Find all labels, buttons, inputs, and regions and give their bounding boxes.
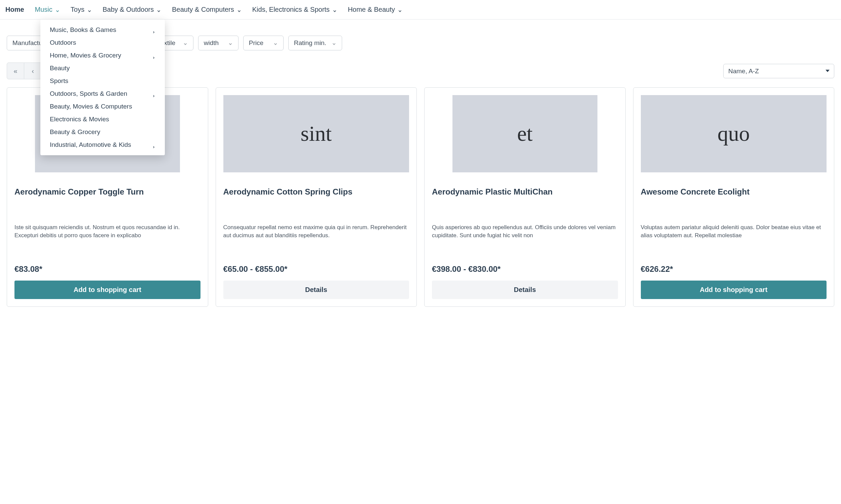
pager-first[interactable]: «: [7, 62, 24, 79]
sort-select[interactable]: Name, A-Z: [723, 64, 834, 78]
nav-item-label: Beauty & Computers: [172, 6, 234, 14]
nav-home[interactable]: Home: [5, 6, 24, 14]
dropdown-item-3[interactable]: Beauty: [40, 62, 165, 75]
nav-item-1[interactable]: Toys: [71, 6, 92, 14]
product-image[interactable]: quo: [641, 95, 827, 173]
dropdown-item-6[interactable]: Beauty, Movies & Computers: [40, 100, 165, 113]
chevron-right-icon: [152, 143, 155, 146]
dropdown-item-label: Home, Movies & Grocery: [50, 52, 121, 59]
product-title[interactable]: Aerodynamic Plastic MultiChan: [432, 187, 618, 209]
dropdown-item-5[interactable]: Outdoors, Sports & Garden: [40, 87, 165, 100]
product-card: etAerodynamic Plastic MultiChanQuis aspe…: [424, 87, 626, 307]
nav-item-4[interactable]: Kids, Electronics & Sports: [252, 6, 337, 14]
nav-item-5[interactable]: Home & Beauty: [348, 6, 402, 14]
dropdown-item-0[interactable]: Music, Books & Games: [40, 23, 165, 36]
dropdown-item-label: Beauty: [50, 65, 70, 72]
chevron-down-icon: [237, 7, 242, 12]
filter-price[interactable]: Price: [243, 36, 284, 50]
dropdown-item-8[interactable]: Beauty & Grocery: [40, 126, 165, 139]
nav-item-label: Baby & Outdoors: [103, 6, 154, 14]
chevron-down-icon: [332, 7, 337, 12]
product-description: Quis asperiores ab quo repellendus aut. …: [432, 223, 618, 250]
product-description: Iste sit quisquam reiciendis ut. Nostrum…: [15, 223, 201, 250]
product-price: €398.00 - €830.00*: [432, 265, 618, 274]
dropdown-item-label: Electronics & Movies: [50, 115, 109, 123]
product-description: Voluptas autem pariatur aliquid deleniti…: [641, 223, 827, 250]
chevron-down-icon: [183, 41, 188, 46]
nav-item-0[interactable]: Music: [35, 6, 60, 14]
dropdown-item-9[interactable]: Industrial, Automotive & Kids: [40, 139, 165, 151]
filter-label: Manufactu: [13, 39, 42, 47]
dropdown-item-label: Music, Books & Games: [50, 26, 116, 34]
dropdown-item-label: Outdoors, Sports & Garden: [50, 90, 127, 97]
nav-item-label: Kids, Electronics & Sports: [252, 6, 330, 14]
product-title[interactable]: Aerodynamic Copper Toggle Turn: [15, 187, 201, 209]
product-card: quoAwesome Concrete EcolightVoluptas aut…: [633, 87, 835, 307]
chevron-down-icon: [398, 7, 402, 12]
chevron-down-icon: [273, 41, 278, 46]
chevron-right-icon: [152, 54, 155, 57]
product-title[interactable]: Aerodynamic Cotton Spring Clips: [223, 187, 409, 209]
product-price: €83.08*: [15, 265, 201, 274]
filter-rating-min-[interactable]: Rating min.: [288, 36, 342, 50]
pager-prev[interactable]: ‹: [24, 62, 42, 79]
main-nav: Home MusicToysBaby & OutdoorsBeauty & Co…: [0, 0, 841, 19]
dropdown-item-2[interactable]: Home, Movies & Grocery: [40, 49, 165, 62]
nav-item-3[interactable]: Beauty & Computers: [172, 6, 242, 14]
chevron-down-icon: [87, 7, 92, 12]
nav-item-label: Home & Beauty: [348, 6, 395, 14]
dropdown-item-1[interactable]: Outdoors: [40, 36, 165, 49]
dropdown-item-label: Beauty, Movies & Computers: [50, 103, 132, 110]
product-description: Consequatur repellat nemo est maxime qui…: [223, 223, 409, 250]
filter-label: width: [204, 39, 219, 47]
chevron-down-icon: [156, 7, 161, 12]
chevron-down-icon: [228, 41, 233, 46]
nav-dropdown: Music, Books & GamesOutdoorsHome, Movies…: [40, 19, 165, 155]
product-image[interactable]: sint: [223, 95, 409, 173]
dropdown-item-4[interactable]: Sports: [40, 75, 165, 87]
product-title[interactable]: Awesome Concrete Ecolight: [641, 187, 827, 209]
chevron-down-icon: [55, 7, 60, 12]
dropdown-item-label: Beauty & Grocery: [50, 128, 100, 136]
dropdown-item-7[interactable]: Electronics & Movies: [40, 113, 165, 126]
details-button[interactable]: Details: [432, 281, 618, 299]
product-price: €65.00 - €855.00*: [223, 265, 409, 274]
dropdown-item-label: Outdoors: [50, 39, 76, 47]
filter-label: Price: [249, 39, 263, 47]
dropdown-item-label: Sports: [50, 77, 68, 85]
add-to-cart-button[interactable]: Add to shopping cart: [641, 281, 827, 299]
pager: « ‹: [7, 62, 42, 79]
filter-label: Rating min.: [294, 39, 326, 47]
filter-width[interactable]: width: [198, 36, 239, 50]
nav-item-label: Music: [35, 6, 52, 14]
chevron-down-icon: [332, 41, 337, 46]
chevron-right-icon: [152, 28, 155, 32]
nav-item-2[interactable]: Baby & Outdoors: [103, 6, 161, 14]
add-to-cart-button[interactable]: Add to shopping cart: [15, 281, 201, 299]
nav-item-label: Toys: [71, 6, 84, 14]
product-price: €626.22*: [641, 265, 827, 274]
product-image[interactable]: et: [452, 95, 598, 173]
product-card: sintAerodynamic Cotton Spring ClipsConse…: [216, 87, 417, 307]
details-button[interactable]: Details: [223, 281, 409, 299]
chevron-right-icon: [152, 92, 155, 95]
dropdown-item-label: Industrial, Automotive & Kids: [50, 141, 131, 148]
sort-wrap: Name, A-Z: [723, 64, 834, 78]
